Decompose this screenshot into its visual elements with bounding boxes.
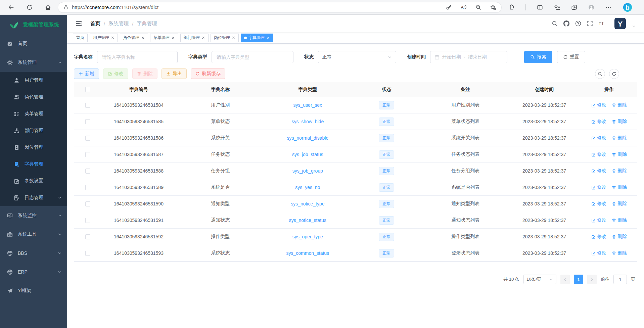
sidebar-item-role-admin[interactable]: 角色管理: [0, 89, 67, 105]
row-delete-button[interactable]: 删除: [612, 250, 627, 256]
chevron-down-icon[interactable]: [632, 25, 636, 28]
close-icon[interactable]: [171, 36, 175, 40]
dict-type-input[interactable]: [216, 54, 289, 60]
goto-page-input[interactable]: 1: [613, 275, 627, 284]
home-icon[interactable]: [45, 4, 51, 10]
split-screen-icon[interactable]: [537, 4, 543, 10]
refresh-cache-button[interactable]: 刷新缓存: [191, 68, 225, 79]
hamburger-icon[interactable]: [76, 20, 82, 27]
address-bar[interactable]: https://ccnetcore.com:1101/system/dict A: [58, 2, 502, 13]
row-checkbox[interactable]: [85, 234, 90, 239]
next-page-button[interactable]: [587, 275, 597, 284]
refresh-table-button[interactable]: [609, 69, 619, 79]
tab-menu-admin[interactable]: 菜单管理: [150, 34, 178, 42]
dict-type-link[interactable]: sys_show_hide: [291, 119, 324, 124]
sidebar-item-erp[interactable]: ERP: [0, 263, 67, 281]
reload-icon[interactable]: [27, 4, 33, 10]
fullscreen-icon[interactable]: [587, 20, 593, 27]
dict-name-input[interactable]: [101, 54, 173, 60]
row-delete-button[interactable]: 删除: [612, 234, 627, 240]
favorites-bar-icon[interactable]: [554, 4, 560, 10]
row-checkbox[interactable]: [85, 201, 90, 206]
search-button[interactable]: 搜索: [524, 51, 552, 63]
row-edit-button[interactable]: 修改: [591, 168, 606, 174]
sidebar-item-post-admin[interactable]: 岗位管理: [0, 139, 67, 156]
dict-type-link[interactable]: sys_notice_status: [289, 218, 326, 223]
row-edit-button[interactable]: 修改: [591, 201, 606, 207]
row-delete-button[interactable]: 删除: [612, 184, 627, 190]
row-checkbox[interactable]: [85, 218, 90, 223]
sidebar-item-dict-admin[interactable]: 字典管理: [0, 156, 67, 173]
zoom-out-icon[interactable]: [475, 4, 481, 10]
profile-icon[interactable]: [588, 4, 594, 10]
add-button[interactable]: 新增: [74, 68, 99, 79]
date-range-picker[interactable]: 开始日期 - 结束日期: [430, 51, 507, 63]
row-edit-button[interactable]: 修改: [591, 119, 606, 125]
edit-button[interactable]: 修改: [103, 68, 128, 79]
dict-type-link[interactable]: sys_normal_disable: [287, 135, 328, 141]
row-delete-button[interactable]: 删除: [612, 102, 627, 108]
sidebar-item-log-admin[interactable]: 日志管理: [0, 189, 67, 206]
sidebar-item-user-admin[interactable]: 用户管理: [0, 72, 67, 89]
font-size-icon[interactable]: TT: [599, 20, 605, 27]
extensions-icon[interactable]: [508, 4, 514, 10]
row-edit-button[interactable]: 修改: [591, 217, 606, 223]
back-icon[interactable]: [8, 4, 14, 10]
star-add-icon[interactable]: [490, 4, 496, 10]
question-icon[interactable]: [575, 20, 581, 27]
prev-page-button[interactable]: [560, 275, 570, 284]
yi-logo-icon[interactable]: Y: [614, 18, 626, 29]
sidebar-item-system-admin[interactable]: 系统管理: [0, 53, 67, 72]
tab-user-admin[interactable]: 用户管理: [90, 34, 118, 42]
export-button[interactable]: 导出: [162, 68, 187, 79]
dict-type-link[interactable]: sys_job_group: [292, 168, 323, 174]
tab-role-admin[interactable]: 角色管理: [120, 34, 148, 42]
status-select[interactable]: 正常: [318, 51, 396, 63]
row-delete-button[interactable]: 删除: [612, 217, 627, 223]
select-all-checkbox[interactable]: [85, 87, 90, 92]
page-number-button[interactable]: 1: [574, 275, 583, 284]
close-icon[interactable]: [232, 36, 235, 40]
collections-icon[interactable]: [571, 4, 577, 10]
sidebar-item-system-tools[interactable]: 系统工具: [0, 225, 67, 244]
more-icon[interactable]: [605, 4, 611, 10]
dict-type-link[interactable]: sys_job_status: [292, 152, 323, 157]
row-checkbox[interactable]: [85, 136, 90, 141]
row-checkbox[interactable]: [85, 152, 90, 157]
row-checkbox[interactable]: [85, 103, 90, 108]
dict-type-link[interactable]: sys_user_sex: [293, 102, 322, 108]
row-edit-button[interactable]: 修改: [591, 151, 606, 157]
bing-icon[interactable]: b: [623, 2, 633, 12]
key-icon[interactable]: [446, 4, 452, 10]
sidebar-item-home[interactable]: 首页: [0, 34, 67, 53]
close-icon[interactable]: [201, 36, 205, 40]
close-icon[interactable]: [111, 36, 114, 40]
delete-button[interactable]: 删除: [132, 68, 157, 79]
row-edit-button[interactable]: 修改: [591, 250, 606, 256]
row-edit-button[interactable]: 修改: [591, 184, 606, 190]
row-edit-button[interactable]: 修改: [591, 102, 606, 108]
close-icon[interactable]: [141, 36, 145, 40]
dict-type-link[interactable]: sys_yes_no: [295, 185, 320, 190]
row-checkbox[interactable]: [85, 251, 90, 256]
row-checkbox[interactable]: [85, 119, 90, 124]
breadcrumb-home[interactable]: 首页: [90, 20, 100, 27]
show-search-button[interactable]: [595, 69, 605, 79]
dict-type-link[interactable]: sys_common_status: [286, 250, 329, 256]
reset-button[interactable]: 重置: [557, 51, 585, 63]
search-icon[interactable]: [552, 20, 558, 27]
row-edit-button[interactable]: 修改: [591, 135, 606, 141]
sidebar-item-bbs[interactable]: BBS: [0, 244, 67, 263]
row-checkbox[interactable]: [85, 185, 90, 190]
read-aloud-icon[interactable]: A: [461, 4, 466, 10]
tab-dept-admin[interactable]: 部门管理: [180, 34, 209, 42]
row-edit-button[interactable]: 修改: [591, 234, 606, 240]
github-icon[interactable]: [563, 20, 569, 27]
breadcrumb-system[interactable]: 系统管理: [108, 20, 129, 27]
row-delete-button[interactable]: 删除: [612, 151, 627, 157]
sidebar-item-yi-framework[interactable]: Yi框架: [0, 281, 67, 300]
row-delete-button[interactable]: 删除: [612, 201, 627, 207]
tab-dict-admin[interactable]: 字典管理: [241, 34, 273, 42]
close-icon[interactable]: [266, 36, 270, 40]
dict-type-link[interactable]: sys_oper_type: [292, 234, 323, 239]
